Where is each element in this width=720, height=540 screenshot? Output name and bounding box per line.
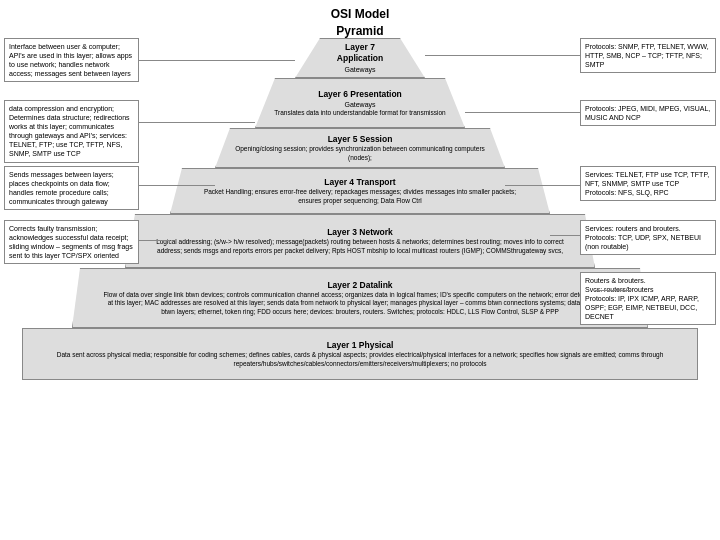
layer2: Layer 2 Datalink Flow of data over singl… [72, 268, 648, 328]
ann-layer7-right: Protocols: SNMP, FTP, TELNET, WWW, HTTP,… [580, 38, 716, 73]
ann-layer7-left: Interface between user & computer; API's… [4, 38, 139, 82]
layer1: Layer 1 Physical Data sent across physic… [22, 328, 698, 380]
connector-l5-right [505, 185, 580, 186]
layer3: Layer 3 Network Logical addressing; (s/w… [125, 214, 595, 268]
page: OSI Model Pyramid Layer 7 Application Ga… [0, 0, 720, 540]
ann-layer5-right: Services: TELNET, FTP use TCP, TFTP, NFT… [580, 166, 716, 201]
layer6: Layer 6 Presentation Gateways Translates… [255, 78, 465, 128]
ann-layer6-right: Protocols: JPEG, MIDI, MPEG, VISUAL, MUS… [580, 100, 716, 126]
layer7: Layer 7 Application Gateways [295, 38, 425, 78]
connector-l6-right [465, 112, 580, 113]
ann-layer3-right: Routers & brouters.Svcs: routers/brouter… [580, 272, 716, 325]
layer4: Layer 4 Transport Packet Handling; ensur… [170, 168, 550, 214]
connector-l3-right [595, 290, 630, 291]
connector-l6-left [139, 122, 255, 123]
ann-layer5-left: Sends messages between layers; places ch… [4, 166, 139, 210]
ann-layer4-left: Corrects faulty transmission; acknowledg… [4, 220, 139, 264]
ann-layer4-right: Services: routers and brouters. Protocol… [580, 220, 716, 255]
connector-l5-left [139, 185, 215, 186]
layer5: Layer 5 Session Opening/closing session;… [215, 128, 505, 168]
connector-l4-left [139, 240, 170, 241]
connector-l4-right [550, 235, 580, 236]
connector-l7-right [425, 55, 580, 56]
ann-layer6-left: data compression and encryption; Determi… [4, 100, 139, 163]
connector-l7-left [139, 60, 295, 61]
